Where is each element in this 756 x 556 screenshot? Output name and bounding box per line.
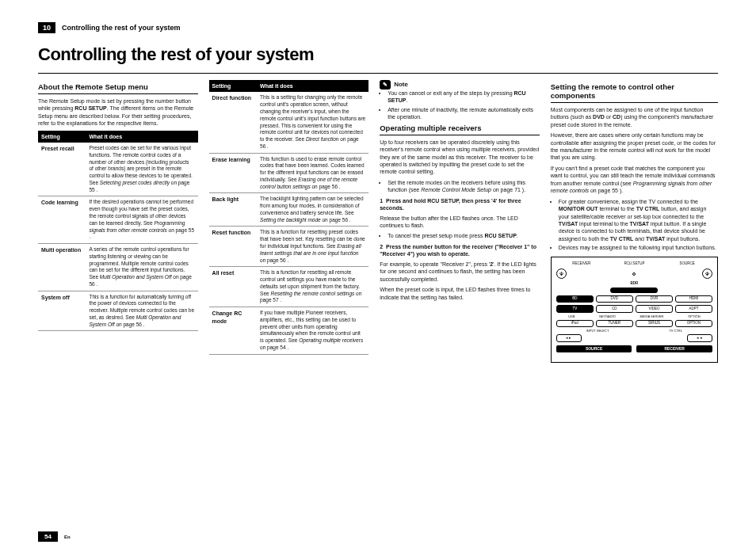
- language-label: En: [64, 535, 71, 539]
- remote-button: TUNER: [596, 320, 633, 328]
- content-columns: About the Remote Setup menu The Remote S…: [38, 80, 718, 363]
- paragraph: When the preset code is input, the LED f…: [380, 286, 540, 301]
- remote-button: ADPT: [675, 305, 712, 313]
- list-item: After one minute of inactivity, the remo…: [388, 106, 540, 121]
- step-1: 1Press and hold RCU SETUP, then press '4…: [380, 197, 540, 212]
- power-icon: ⏻: [556, 268, 567, 279]
- paragraph: Release the button after the LED flashes…: [380, 215, 540, 230]
- remote-tiny-label: MEDIA SERVER: [640, 315, 664, 318]
- page-number: 54: [38, 531, 58, 542]
- th-setting: Setting: [209, 80, 257, 92]
- paragraph: For example, to operate "Receiver 2", pr…: [380, 261, 540, 283]
- input-select-rocker-icon: ◂ ▸: [556, 334, 582, 342]
- chapter-number-badge: 10: [38, 22, 55, 33]
- paragraph: However, there are cases where only cert…: [551, 131, 718, 162]
- note-heading: ✎ Note: [380, 80, 540, 89]
- remote-label: BDR: [556, 282, 712, 286]
- page-footer: 54 En: [38, 531, 71, 542]
- column-1: About the Remote Setup menu The Remote S…: [38, 80, 198, 363]
- table-row: Reset functionThis is a function for res…: [209, 227, 369, 267]
- table-row: All resetThis is a function for resettin…: [209, 267, 369, 307]
- remote-tiny-label: NETRADIO: [599, 315, 616, 318]
- paragraph: Up to four receivers can be operated dis…: [380, 139, 540, 176]
- remote-button: HDMI: [675, 295, 712, 303]
- note-bullets: You can cancel or exit any of the steps …: [380, 89, 540, 121]
- power-icon: ⏻: [702, 268, 712, 279]
- chapter-title: Controlling the rest of your system: [62, 24, 181, 32]
- remote-button: DVD: [596, 295, 633, 303]
- title-rule: [38, 73, 718, 74]
- paragraph: If you can't find a preset code that mat…: [551, 165, 718, 195]
- column-2: SettingWhat it does Direct functionThis …: [209, 80, 369, 363]
- remote-button: BD: [556, 295, 594, 303]
- table-row: Preset recallPreset codes can be set for…: [38, 143, 198, 196]
- table-row: Direct functionThis is a setting for cha…: [209, 92, 369, 153]
- bullet-list: For greater convenience, assign the TV c…: [551, 198, 718, 252]
- bullet-list: Set the remote modes on the receivers be…: [380, 179, 540, 194]
- note-icon: ✎: [380, 80, 391, 89]
- table-row: Code learningIf the desired operations c…: [38, 196, 198, 244]
- remote-diagram: RECEIVER RCU SETUP SOURCE ⏻ ⏻ BDR BD DVD…: [551, 257, 718, 363]
- remote-label: RCU SETUP: [609, 262, 660, 266]
- table-row: System offThis is a function for automat…: [38, 291, 198, 331]
- table-row: Back lightThe backlight lighting pattern…: [209, 193, 369, 227]
- list-item: You can cancel or exit any of the steps …: [388, 89, 540, 105]
- tv-ctrl-rocker-icon: ◂ ▸: [687, 334, 712, 342]
- intro-paragraph: The Remote Setup mode is set by pressing…: [38, 97, 198, 128]
- remote-button: SIRIUS: [636, 320, 673, 328]
- remote-tiny-label: OPTION: [688, 315, 700, 318]
- step-2: 2Press the number button for the receive…: [380, 243, 540, 258]
- receiver-button: RECEIVER: [636, 345, 712, 352]
- remote-button: DVR: [636, 295, 673, 303]
- column-3: ✎ Note You can cancel or exit any of the…: [380, 80, 540, 363]
- remote-label: RECEIVER: [556, 262, 607, 266]
- bdr-button-icon: [610, 288, 658, 293]
- list-item: Devices may be assigned to the following…: [559, 244, 718, 251]
- remote-button: iPod: [556, 320, 594, 328]
- settings-table-2: SettingWhat it does Direct functionThis …: [209, 80, 369, 355]
- setup-dot-icon: [632, 272, 636, 276]
- remote-button: VIDEO: [636, 305, 673, 313]
- running-header: 10 Controlling the rest of your system: [38, 22, 718, 33]
- table-row: Erase learningThis function is used to e…: [209, 153, 369, 193]
- column-4: Setting the remote to control other comp…: [551, 80, 718, 363]
- th-desc: What it does: [86, 131, 197, 143]
- th-desc: What it does: [257, 80, 368, 92]
- section-heading: Setting the remote to control other comp…: [551, 83, 718, 103]
- table-row: Change RC modeIf you have multiple Pione…: [209, 307, 369, 355]
- remote-button: TV: [556, 305, 594, 313]
- remote-label: SOURCE: [662, 262, 712, 266]
- paragraph: Most components can be assigned to one o…: [551, 106, 718, 128]
- th-setting: Setting: [38, 131, 86, 143]
- note-label: Note: [394, 81, 408, 89]
- list-item: For greater convenience, assign the TV c…: [559, 198, 718, 243]
- list-item: Set the remote modes on the receivers be…: [388, 179, 540, 194]
- list-item: To cancel the preset setup mode press RC…: [388, 232, 540, 239]
- settings-table-1: SettingWhat it does Preset recallPreset …: [38, 131, 198, 332]
- bullet-list: To cancel the preset setup mode press RC…: [380, 232, 540, 239]
- section-heading: About the Remote Setup menu: [38, 83, 198, 94]
- section-heading: Operating multiple receivers: [380, 124, 540, 135]
- remote-tiny-label: INPUT SELECT: [586, 329, 609, 333]
- page-title: Controlling the rest of your system: [38, 44, 718, 65]
- manual-page: 10 Controlling the rest of your system C…: [0, 0, 756, 556]
- table-row: Multi operationA series of the remote co…: [38, 244, 198, 291]
- source-button: SOURCE: [556, 345, 632, 352]
- remote-tiny-label: USB: [568, 315, 575, 318]
- remote-button: OPTION: [675, 320, 712, 328]
- remote-button: CD: [596, 305, 633, 313]
- remote-tiny-label: TV CTRL: [669, 329, 682, 333]
